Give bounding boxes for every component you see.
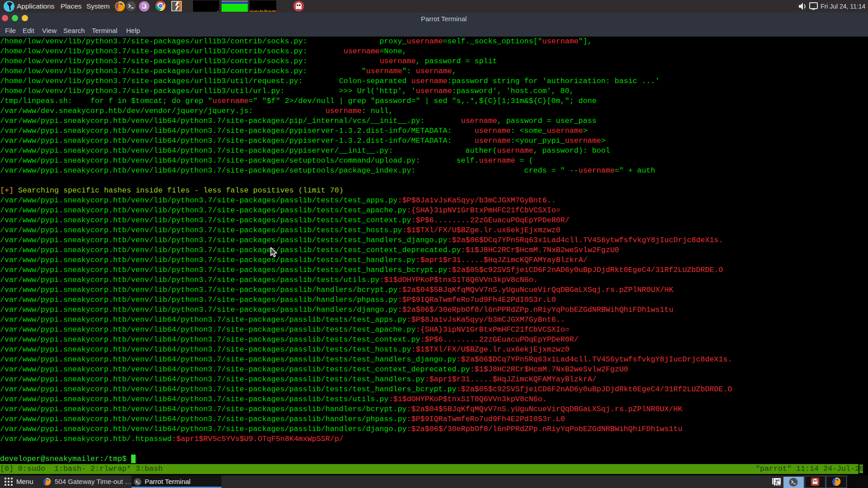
svg-text:Z: Z <box>775 479 778 484</box>
svg-text:z: z <box>778 479 780 482</box>
